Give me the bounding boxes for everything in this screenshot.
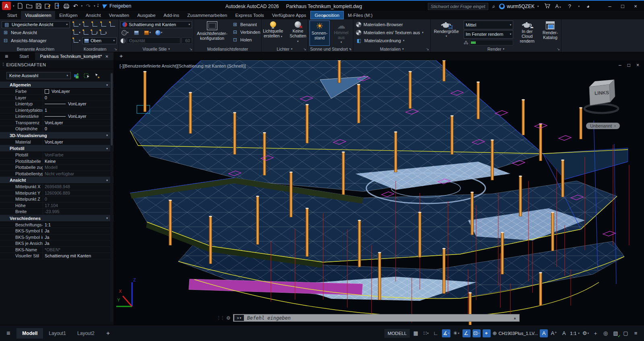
property-row[interactable]: Plottabelle zugeordn... Modell	[0, 164, 114, 171]
property-row[interactable]: Visueller Stil Schattierung mit Kanten	[0, 253, 114, 259]
property-row[interactable]: Objekthöhe 0	[0, 126, 114, 132]
property-row[interactable]: Mittelpunkt Z 0	[0, 196, 114, 203]
command-placeholder[interactable]: Befehl eingeben	[247, 315, 291, 321]
grid-icon[interactable]: ▦	[412, 329, 420, 337]
collapse-icon[interactable]: ▾	[106, 216, 108, 220]
file-tab-document[interactable]: Parkhaus Technikum_komplett* ✕	[35, 52, 113, 60]
join-viewports-button[interactable]: ⊟ Verbinden	[231, 28, 261, 36]
ucs-3point-icon[interactable]: 3	[100, 29, 107, 36]
panel-footer-visual-styles[interactable]: Visuelle Stile ▾ ↘	[119, 46, 194, 52]
property-row[interactable]: BKS-Name *OBEN*	[0, 247, 114, 253]
file-tab-start[interactable]: Start	[13, 54, 35, 59]
ribbon-tab-express-tools[interactable]: Express Tools	[231, 11, 268, 19]
panel-footer-named-views[interactable]: Benannte Ansichten	[0, 46, 71, 52]
sky-off-button[interactable]: ☁ Himmel aus ▾	[331, 21, 351, 46]
viewcube-face-label[interactable]: LINKS	[592, 90, 611, 96]
otrack-icon[interactable]: ∠	[462, 329, 471, 337]
help-icon[interactable]: ?	[566, 3, 573, 9]
plus-icon[interactable]: ＋	[592, 329, 600, 337]
feedback-icon[interactable]: ◕	[584, 3, 592, 9]
app-store-cart-icon[interactable]	[543, 3, 551, 10]
view-combo[interactable]: ▤ Ungesicherte Ansicht ▾	[2, 21, 70, 28]
property-row[interactable]: Breite -23.995	[0, 209, 114, 215]
coordinate-system-button[interactable]: ⊕ CH1903Plus_1.LV...	[493, 330, 538, 336]
doc-restore-button[interactable]: □	[627, 62, 630, 68]
property-row[interactable]: Linienstärke VonLayer	[0, 113, 114, 120]
property-row[interactable]: Linientypfaktor 1	[0, 107, 114, 114]
ortho-icon[interactable]: ∟	[432, 329, 440, 337]
ribbon-tab-visualisieren[interactable]: Visualisieren	[21, 11, 55, 19]
ribbon-tab-ansicht[interactable]: Ansicht	[82, 11, 105, 19]
select-objects-icon[interactable]	[83, 72, 91, 79]
ribbon-tab-einfuegen[interactable]: Einfügen	[55, 11, 81, 19]
palette-title-bar[interactable]: ⁞⁞ EIGENSCHAFTEN	[0, 60, 114, 69]
dialog-launcher-icon[interactable]: ↘	[557, 47, 560, 51]
ucs-previous-icon[interactable]: ▾	[73, 29, 81, 36]
property-row[interactable]: Höhe 17.104	[0, 203, 114, 209]
restore-viewports-button[interactable]: ⊡ Holen	[231, 36, 261, 43]
ribbon-tab-verfuegbare-apps[interactable]: Verfügbare Apps	[268, 11, 310, 19]
share-button[interactable]: Freigeben	[103, 3, 131, 9]
ribbon-tab-addins[interactable]: Add-ins	[159, 11, 183, 19]
help-search-input[interactable]	[428, 3, 488, 10]
new-view-button[interactable]: ⊞ Neue Ansicht	[2, 29, 70, 37]
property-row[interactable]: Plotstiltabelle Keine	[0, 158, 114, 165]
ucs-origin-icon[interactable]	[82, 29, 90, 36]
command-customize-icon[interactable]: ⚙	[226, 315, 231, 321]
opacity-field[interactable]: Opazität	[127, 37, 180, 44]
property-row[interactable]: BKS-Symbol Ein Ja	[0, 228, 114, 234]
render-gallery-button[interactable]: Render- Katalog	[541, 21, 559, 46]
osnap-icon[interactable]: ⊡▾	[473, 329, 481, 337]
plot-icon[interactable]	[62, 2, 71, 10]
face-color-mode-icon[interactable]: ▾	[144, 29, 151, 36]
ribbon-tab-zusammenarbeiten[interactable]: Zusammenarbeiten	[183, 11, 231, 19]
panel-footer-lights[interactable]: Lichter ▾ ↘	[262, 46, 308, 52]
app-menu-caret-icon[interactable]: ▾	[13, 4, 14, 8]
visual-style-combo[interactable]: Schattierung mit Kanten ▾	[120, 21, 192, 28]
file-tabs-menu-icon[interactable]: ≡	[0, 53, 13, 60]
ribbon-tab-mfiles[interactable]: M-Files (M:)	[344, 11, 376, 19]
opacity-icon[interactable]	[120, 38, 126, 43]
viewcube[interactable]: LINKS	[583, 76, 623, 117]
viewport-configuration-button[interactable]: Ansichtsfenster- konfiguration	[196, 21, 229, 46]
annotation-scale-button[interactable]: 1:1 ▾	[570, 331, 580, 336]
sun-status-button[interactable]: ☀ Sonnen- stand	[310, 21, 330, 46]
section-header-ansicht[interactable]: Ansicht ▾	[0, 177, 114, 184]
property-row[interactable]: Linientyp VonLayer	[0, 101, 114, 107]
dialog-launcher-icon[interactable]: ↘	[349, 47, 352, 51]
redo-icon[interactable]: ↷	[84, 2, 93, 10]
ucs-icon[interactable]: ▾	[73, 21, 81, 28]
materials-browser-button[interactable]: Materialien-Browser	[355, 21, 429, 29]
isodraft-icon[interactable]: ✳▾	[452, 329, 460, 337]
dialog-launcher-icon[interactable]: ↘	[114, 47, 117, 51]
snap-icon[interactable]: ∷▾	[422, 329, 430, 337]
autodesk-assistant-icon[interactable]: A▾	[555, 3, 562, 9]
render-target-combo[interactable]: Im Fenster rendern ▾	[464, 30, 513, 39]
import-icon[interactable]	[53, 2, 62, 10]
clean-screen-icon[interactable]: ▢	[622, 329, 630, 337]
layout-tab-layout2[interactable]: Layout2	[72, 328, 100, 339]
user-account-button[interactable]: wurm5QZEK ▾	[499, 4, 539, 9]
render-preset-combo[interactable]: Mittel ▾	[464, 21, 513, 29]
visual-styles-manager-icon[interactable]: ▾	[121, 29, 129, 36]
annotation-scale-icon[interactable]: A	[560, 329, 568, 337]
save-as-icon[interactable]	[43, 2, 52, 10]
collapse-icon[interactable]: ▾	[106, 134, 108, 137]
dialog-launcher-icon[interactable]: ↘	[189, 47, 192, 51]
materials-textures-toggle-button[interactable]: Materialien ein/ Texturen aus ▾	[355, 29, 429, 37]
no-shadows-button[interactable]: Keine Schatten ▾	[288, 21, 308, 46]
new-tab-button[interactable]: ＋	[114, 53, 129, 60]
command-grip-icon[interactable]: ⋮⋮	[217, 315, 224, 320]
layout-tab-modell[interactable]: Modell	[17, 328, 43, 339]
property-row[interactable]: Plottabellentyp Nicht verfügbar	[0, 171, 114, 177]
doc-close-button[interactable]: ×	[636, 62, 639, 68]
property-row[interactable]: Material VonLayer	[0, 139, 114, 146]
help-caret-icon[interactable]: ▾	[578, 5, 580, 8]
search-icon[interactable]: ⌕	[492, 3, 495, 10]
view-manager-button[interactable]: ⊟ Ansichts-Manager	[2, 37, 70, 45]
geolocation-icon[interactable]: ⌖	[483, 329, 491, 337]
open-folder-icon[interactable]	[25, 2, 34, 10]
collapse-icon[interactable]: ▾	[106, 147, 108, 150]
property-row[interactable]: Plotstil VonFarbe	[0, 152, 114, 158]
create-light-button[interactable]: Lichtquelle erstellen ▾	[261, 21, 285, 46]
